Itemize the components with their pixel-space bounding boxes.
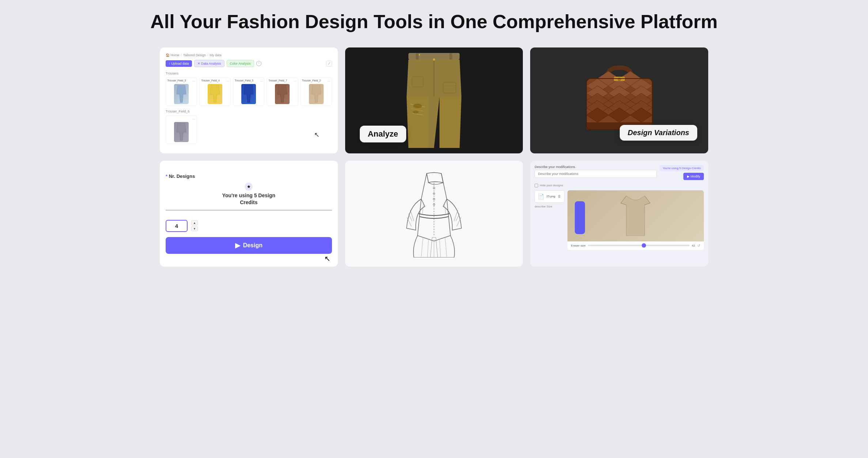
- modify-bottom-section: 📄 25.png 🗑 describe Size Er: [535, 190, 704, 250]
- svg-point-6: [413, 104, 422, 108]
- design-btn-label: Design: [243, 242, 263, 249]
- file-name: 25.png: [546, 195, 555, 198]
- svg-line-24: [421, 237, 423, 257]
- nr-designs-value[interactable]: 4: [166, 220, 188, 232]
- mouse-cursor: ↖: [324, 254, 331, 263]
- trouser-item-2: Trouser_Field_4 ···: [199, 77, 231, 106]
- credits-text-line1: You're using 5 Design: [166, 192, 332, 199]
- design-variations-label: Design Variations: [620, 125, 697, 141]
- stepper-up[interactable]: ▲: [191, 220, 198, 225]
- describe-label: Describe your modifications: [535, 165, 657, 169]
- trouser-img-6: [174, 122, 189, 142]
- svg-point-7: [413, 111, 419, 114]
- design-button[interactable]: ▶ Design: [166, 237, 332, 254]
- stepper-arrows: ▲ ▼: [191, 220, 198, 231]
- card-tailored-design: 🏠 Home / Tailored Design / My data ↑ Upl…: [160, 47, 338, 153]
- svg-line-27: [439, 238, 441, 257]
- svg-point-12: [433, 58, 435, 61]
- dress-svg: [401, 170, 467, 257]
- breadcrumb-mydata: My data: [210, 53, 222, 57]
- eraser-stroke: [575, 201, 585, 234]
- upload-data-button[interactable]: ↑ Upload data: [166, 60, 192, 67]
- svg-line-28: [445, 237, 447, 257]
- credits-badge: You're using 5 Design Credits: [660, 165, 704, 171]
- svg-point-13: [419, 54, 420, 56]
- design-btn-arrow: ▶: [235, 241, 240, 249]
- image-edit-panel: Eraser size 42 ↺: [567, 190, 704, 250]
- page-title: All Your Fashion Design Tools in One Com…: [15, 11, 853, 33]
- nr-designs-label: * Nr. Designs: [166, 173, 332, 179]
- card-dress-sketch: [345, 161, 523, 267]
- analyze-label: Analyze: [360, 126, 406, 142]
- expand-icon[interactable]: ⤢: [326, 61, 332, 66]
- svg-line-25: [427, 238, 429, 257]
- trouser-item-4: Trouser_Field_7 ···: [267, 77, 298, 106]
- trouser-row2: ···: [166, 115, 332, 144]
- toolbar: ↑ Upload data ✕ Data Analysis Color Anal…: [166, 60, 332, 67]
- modify-button[interactable]: ▶ Modify: [683, 173, 704, 180]
- color-analysis-button[interactable]: Color Analysis: [227, 60, 254, 67]
- shirt-image: [567, 190, 704, 241]
- card-credits: * Nr. Designs ★ You're using 5 Design Cr…: [160, 161, 338, 267]
- hide-past-label: Hide past designs: [540, 184, 563, 187]
- trouser-item-1: Trouser_Field_3 ···: [166, 77, 197, 106]
- stepper-row: 4 ▲ ▼: [166, 220, 332, 232]
- describe-section: Describe your modifications: [535, 165, 657, 178]
- breadcrumb: 🏠 Home / Tailored Design / My data: [166, 53, 332, 57]
- file-delete-icon[interactable]: 🗑: [558, 194, 561, 198]
- trouser-row2-label: Trouser_Field_6: [166, 110, 332, 113]
- eraser-refresh-icon[interactable]: ↺: [697, 244, 700, 248]
- eraser-thumb[interactable]: [642, 243, 646, 248]
- breadcrumb-home: 🏠 Home: [166, 53, 180, 57]
- eraser-label: Eraser size: [571, 244, 586, 247]
- dress-illustration: [394, 163, 474, 265]
- describe-input[interactable]: [535, 170, 657, 178]
- info-icon[interactable]: ?: [256, 61, 261, 66]
- modify-top-section: Describe your modifications You're using…: [535, 165, 704, 180]
- svg-rect-1: [416, 53, 419, 60]
- eraser-value: 42: [692, 244, 695, 247]
- trouser-img-1: [174, 84, 189, 104]
- card-analyze: Analyze: [345, 47, 523, 153]
- credits-text-line2: Credits: [166, 199, 332, 206]
- trouser-img-4: [275, 84, 290, 104]
- data-analysis-button[interactable]: ✕ Data Analysis: [194, 60, 224, 67]
- credits-divider: [166, 210, 332, 210]
- eraser-bar: Eraser size 42 ↺: [567, 241, 704, 250]
- nr-designs-section: * Nr. Designs ★ You're using 5 Design Cr…: [166, 167, 332, 261]
- file-icon: 📄: [538, 194, 544, 199]
- shirt-svg: [619, 196, 652, 236]
- card-modify-ui: Describe your modifications You're using…: [530, 161, 708, 267]
- trouser-item-5: Trouser_Field_2 ···: [301, 77, 332, 106]
- trouser-item-3: Trouser_Field_5 ···: [233, 77, 264, 106]
- trouser-grid: Trouser_Field_3 ··· Trouser_Field_4 ···: [166, 77, 332, 106]
- trouser-img-5: [309, 84, 324, 104]
- star-icon: ★: [245, 183, 253, 191]
- credits-info: ★ You're using 5 Design Credits: [166, 183, 332, 214]
- trouser-img-2: [208, 84, 222, 104]
- eraser-track[interactable]: [588, 245, 690, 246]
- stepper-down[interactable]: ▼: [191, 226, 198, 231]
- file-upload-area: 📄 25.png 🗑: [535, 190, 564, 203]
- card-design-variations: Design Variations: [530, 47, 708, 153]
- features-grid: 🏠 Home / Tailored Design / My data ↑ Upl…: [160, 47, 708, 267]
- svg-rect-2: [449, 53, 452, 60]
- breadcrumb-tailored: Tailored Design: [183, 53, 206, 57]
- trouser-img-3: [241, 84, 256, 104]
- trouser-item-6: ···: [166, 115, 197, 144]
- trousers-section-label: Trousers: [166, 72, 332, 75]
- hide-past-checkbox[interactable]: [535, 184, 538, 187]
- describe-size-label: describe Size: [535, 205, 564, 208]
- cursor-indicator: ↖: [314, 131, 320, 139]
- jeans-svg: [397, 53, 471, 148]
- hide-past-row: Hide past designs: [535, 184, 704, 187]
